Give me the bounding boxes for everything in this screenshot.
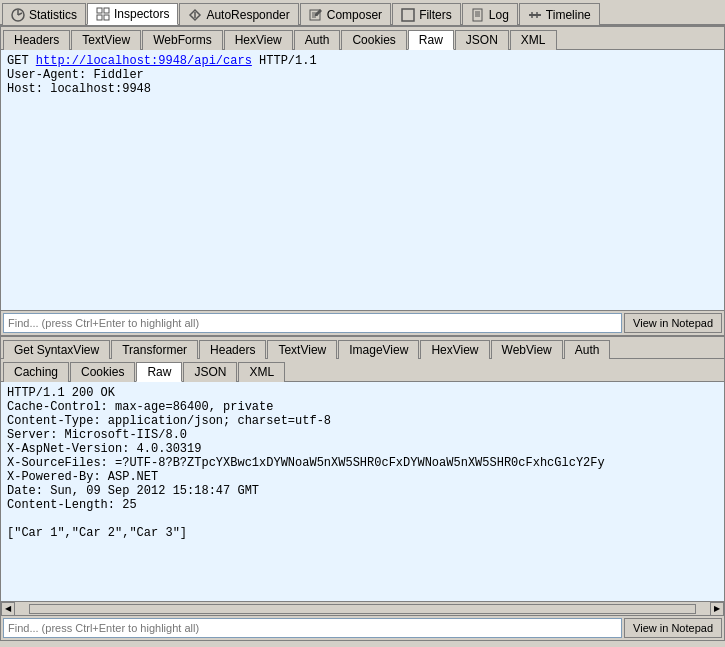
- upper-tab-webforms[interactable]: WebForms: [142, 30, 222, 50]
- upper-tab-cookies[interactable]: Cookies: [341, 30, 406, 50]
- lower-tab2-caching[interactable]: Caching: [3, 362, 69, 382]
- upper-tab-xml[interactable]: XML: [510, 30, 557, 50]
- upper-content-area[interactable]: GET http://localhost:9948/api/cars HTTP/…: [1, 50, 724, 310]
- lower-tab-getsyntaxview[interactable]: Get SyntaxView: [3, 340, 110, 359]
- svg-rect-6: [104, 15, 109, 20]
- top-tab-bar: Statistics Inspectors AutoResponder Comp…: [0, 0, 725, 26]
- lower-tab2-json[interactable]: JSON: [183, 362, 237, 382]
- upper-sub-tabs: Headers TextView WebForms HexView Auth C…: [1, 27, 724, 50]
- upper-tab-hexview[interactable]: HexView: [224, 30, 293, 50]
- tab-filters[interactable]: Filters: [392, 3, 461, 25]
- filters-icon: [401, 8, 415, 22]
- lower-tab2-cookies[interactable]: Cookies: [70, 362, 135, 382]
- autoresponder-icon: [188, 8, 202, 22]
- tab-inspectors[interactable]: Inspectors: [87, 3, 178, 25]
- scroll-left-arrow[interactable]: ◀: [1, 602, 15, 616]
- upper-tab-json[interactable]: JSON: [455, 30, 509, 50]
- log-icon: [471, 8, 485, 22]
- statistics-icon: [11, 8, 25, 22]
- tab-log[interactable]: Log: [462, 3, 518, 25]
- horizontal-scrollbar[interactable]: ◀ ▶: [1, 601, 724, 615]
- tab-inspectors-label: Inspectors: [114, 7, 169, 21]
- upper-tab-headers[interactable]: Headers: [3, 30, 70, 50]
- inspectors-icon: [96, 7, 110, 21]
- upper-content-text: GET http://localhost:9948/api/cars HTTP/…: [7, 54, 317, 96]
- scroll-track[interactable]: [29, 604, 696, 614]
- tab-timeline[interactable]: Timeline: [519, 3, 600, 25]
- lower-tab-imageview[interactable]: ImageView: [338, 340, 419, 359]
- lower-tab-headers[interactable]: Headers: [199, 340, 266, 359]
- tab-statistics-label: Statistics: [29, 8, 77, 22]
- upper-tab-auth[interactable]: Auth: [294, 30, 341, 50]
- upper-tab-textview[interactable]: TextView: [71, 30, 141, 50]
- svg-rect-14: [402, 9, 414, 21]
- upper-find-input[interactable]: [3, 313, 622, 333]
- timeline-icon: [528, 8, 542, 22]
- tab-composer[interactable]: Composer: [300, 3, 391, 25]
- lower-sub-tabs-1: Get SyntaxView Transformer Headers TextV…: [1, 337, 724, 359]
- upper-tab-raw[interactable]: Raw: [408, 30, 454, 50]
- lower-find-input[interactable]: [3, 618, 622, 638]
- lower-sub-tabs-2: Caching Cookies Raw JSON XML: [1, 359, 724, 382]
- svg-rect-3: [97, 8, 102, 13]
- main-content: Headers TextView WebForms HexView Auth C…: [0, 26, 725, 641]
- upper-section: Headers TextView WebForms HexView Auth C…: [1, 27, 724, 337]
- lower-tab-auth[interactable]: Auth: [564, 340, 611, 359]
- lower-section: Get SyntaxView Transformer Headers TextV…: [1, 337, 724, 640]
- upper-find-bar: View in Notepad: [1, 310, 724, 335]
- request-url-link[interactable]: http://localhost:9948/api/cars: [36, 54, 252, 68]
- lower-tab-webview[interactable]: WebView: [491, 340, 563, 359]
- lower-tab2-raw[interactable]: Raw: [136, 362, 182, 382]
- lower-tab-transformer[interactable]: Transformer: [111, 340, 198, 359]
- lower-content-area[interactable]: HTTP/1.1 200 OK Cache-Control: max-age=8…: [1, 382, 724, 601]
- tab-autoresponder[interactable]: AutoResponder: [179, 3, 298, 25]
- tab-statistics[interactable]: Statistics: [2, 3, 86, 25]
- composer-icon: [309, 8, 323, 22]
- tab-filters-label: Filters: [419, 8, 452, 22]
- scroll-right-arrow[interactable]: ▶: [710, 602, 724, 616]
- svg-rect-4: [104, 8, 109, 13]
- upper-view-notepad-button[interactable]: View in Notepad: [624, 313, 722, 333]
- svg-rect-15: [473, 9, 482, 21]
- tab-composer-label: Composer: [327, 8, 382, 22]
- lower-tab2-xml[interactable]: XML: [238, 362, 285, 382]
- tab-timeline-label: Timeline: [546, 8, 591, 22]
- svg-rect-5: [97, 15, 102, 20]
- tab-autoresponder-label: AutoResponder: [206, 8, 289, 22]
- tab-log-label: Log: [489, 8, 509, 22]
- lower-find-bar: View in Notepad: [1, 615, 724, 640]
- lower-tab-hexview[interactable]: HexView: [420, 340, 489, 359]
- lower-tab-textview[interactable]: TextView: [267, 340, 337, 359]
- lower-view-notepad-button[interactable]: View in Notepad: [624, 618, 722, 638]
